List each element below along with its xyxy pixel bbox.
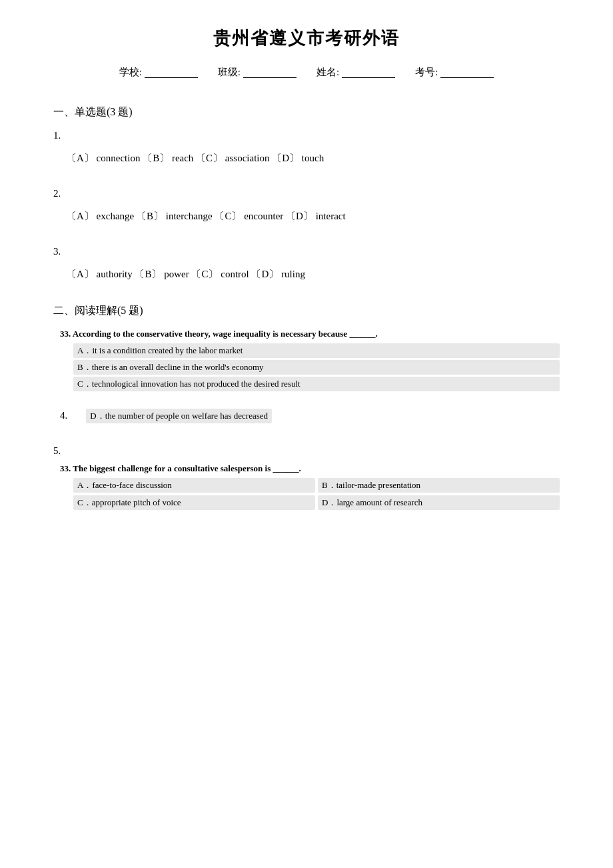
class-line: [243, 67, 297, 78]
class-field: 班级:: [218, 66, 297, 79]
rq5-num: 33.: [60, 463, 71, 473]
question-1: 1. 〔A〕 connection 〔B〕 reach 〔C〕 associat…: [53, 130, 560, 168]
section1-title: 一、单选题(3 题): [53, 105, 560, 119]
rq5-text: The biggest challenge for a consultative…: [73, 463, 301, 473]
name-label: 姓名:: [316, 66, 339, 79]
page-title: 贵州省遵义市考研外语: [53, 27, 560, 50]
rq33-optionA: A．it is a condition created by the labor…: [73, 343, 560, 358]
rq33-number: 33.: [60, 329, 71, 339]
section2: 二、阅读理解(5 题): [53, 304, 560, 318]
rq5-optionD: D．large amount of research: [318, 495, 560, 510]
id-label: 考号:: [415, 66, 438, 79]
reading-question-33: 33. According to the conservative theory…: [60, 329, 560, 391]
name-field: 姓名:: [316, 66, 395, 79]
question-3: 3. 〔A〕 authority 〔B〕 power 〔C〕 control 〔…: [53, 246, 560, 284]
id-field: 考号:: [415, 66, 494, 79]
rq33-optionD: D．the number of people on welfare has de…: [86, 409, 272, 423]
question-2: 2. 〔A〕 exchange 〔B〕 interchange 〔C〕 enco…: [53, 188, 560, 226]
q3-options: 〔A〕 authority 〔B〕 power 〔C〕 control 〔D〕 …: [67, 264, 560, 284]
rq5-optionA: A．face-to-face discussion: [73, 478, 315, 493]
rq33-optionB: B．there is an overall decline in the wor…: [73, 360, 560, 375]
rq5-optionC: C．appropriate pitch of voice: [73, 495, 315, 510]
school-line: [145, 67, 198, 78]
q4-number: 4.: [60, 410, 67, 421]
school-field: 学校:: [119, 66, 198, 79]
q5-number: 5.: [53, 445, 560, 457]
header-info: 学校: 班级: 姓名: 考号:: [53, 66, 560, 79]
q2-number: 2.: [53, 188, 560, 199]
class-label: 班级:: [218, 66, 241, 79]
id-line: [440, 67, 494, 78]
section2-title: 二、阅读理解(5 题): [53, 304, 560, 318]
name-line: [342, 67, 395, 78]
question-5-block: 5. 33. The biggest challenge for a consu…: [53, 445, 560, 510]
rq33-optionC: C．technological innovation has not produ…: [73, 377, 560, 391]
q3-number: 3.: [53, 246, 560, 257]
q4-block: 4. D．the number of people on welfare has…: [60, 405, 560, 425]
q1-number: 1.: [53, 130, 560, 141]
reading-question-5: 33. The biggest challenge for a consulta…: [60, 463, 560, 510]
rq5-options-grid: A．face-to-face discussion B．tailor-made …: [73, 478, 560, 510]
section1: 一、单选题(3 题): [53, 105, 560, 119]
rq5-optionB: B．tailor-made presentation: [318, 478, 560, 493]
q1-options: 〔A〕 connection 〔B〕 reach 〔C〕 association…: [67, 148, 560, 168]
rq33-text: According to the conservative theory, wa…: [73, 329, 378, 339]
rq5-header: 33. The biggest challenge for a consulta…: [60, 463, 560, 474]
rq33-header: 33. According to the conservative theory…: [60, 329, 560, 339]
school-label: 学校:: [119, 66, 142, 79]
q2-options: 〔A〕 exchange 〔B〕 interchange 〔C〕 encount…: [67, 206, 560, 226]
